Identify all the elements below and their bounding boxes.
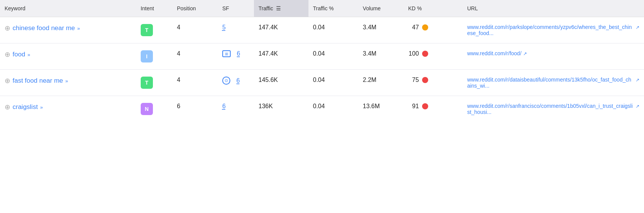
sf-cell: ⊞ 6	[218, 43, 254, 70]
traffic-cell: 147.4K	[254, 43, 308, 70]
traffic-pct-cell: 0.04	[308, 70, 358, 96]
col-header-traffic[interactable]: Traffic ☰	[254, 0, 308, 17]
intent-cell: T	[136, 70, 172, 96]
external-link-icon: ↗	[636, 77, 639, 83]
chevron-right-icon: »	[27, 52, 30, 58]
external-link-icon: ↗	[523, 51, 527, 56]
position-cell: 4	[172, 70, 218, 96]
volume-value: 3.4M	[363, 24, 377, 30]
col-header-volume[interactable]: Volume	[358, 0, 404, 17]
keyword-cell: ⊕ craigslist »	[0, 96, 136, 122]
url-text: www.reddit.com/r/sanfrancisco/comments/1…	[467, 103, 634, 115]
kd-value: 75	[408, 77, 419, 83]
add-keyword-icon[interactable]: ⊕	[5, 103, 10, 111]
traffic-pct-value: 0.04	[313, 50, 325, 57]
image-icon: ⊞	[222, 50, 231, 57]
sf-value: 6	[237, 50, 240, 57]
kd-difficulty-dot	[422, 51, 428, 57]
kd-value: 100	[408, 50, 419, 57]
traffic-value: 145.6K	[259, 77, 278, 83]
intent-cell: I	[136, 43, 172, 70]
position-cell: 4	[172, 43, 218, 70]
sf-value: 6	[236, 77, 240, 84]
col-header-keyword[interactable]: Keyword	[0, 0, 136, 17]
add-keyword-icon[interactable]: ⊕	[5, 77, 10, 85]
kd-cell: 91	[404, 96, 463, 122]
sf-cell: 5	[218, 17, 254, 43]
url-link[interactable]: www.reddit.com/r/dataisbeautiful/comment…	[467, 77, 639, 89]
url-link[interactable]: www.reddit.com/r/parkslope/comments/yzpv…	[467, 24, 639, 36]
url-cell: www.reddit.com/r/sanfrancisco/comments/1…	[463, 96, 644, 122]
sf-value: 6	[222, 103, 226, 110]
kd-cell: 47	[404, 17, 463, 43]
external-link-icon: ↗	[636, 25, 639, 30]
kd-value: 91	[408, 103, 419, 110]
add-keyword-icon[interactable]: ⊕	[5, 50, 10, 59]
keyword-link[interactable]: food »	[13, 51, 30, 58]
url-link[interactable]: www.reddit.com/r/sanfrancisco/comments/1…	[467, 103, 639, 115]
intent-badge: T	[141, 77, 153, 89]
position-value: 4	[177, 50, 180, 57]
intent-badge: I	[141, 50, 153, 62]
table-row: ⊕ food » I 4 ⊞ 6 147.4K 0.04 3.4M	[0, 43, 644, 70]
kd-cell: 100	[404, 43, 463, 70]
traffic-cell: 136K	[254, 96, 308, 122]
url-link[interactable]: www.reddit.com/r/food/ ↗	[467, 50, 639, 56]
volume-cell: 3.4M	[358, 17, 404, 43]
keyword-link[interactable]: fast food near me »	[13, 77, 68, 85]
position-value: 6	[177, 103, 180, 109]
position-value: 4	[177, 77, 180, 83]
external-link-icon: ↗	[636, 104, 639, 109]
keyword-table-container: Keyword Intent Position SF Traffic ☰ Tra…	[0, 0, 644, 122]
keyword-cell: ⊕ food »	[0, 43, 136, 70]
table-row: ⊕ fast food near me » T 4 ⊙ 6 145.6K 0.0…	[0, 70, 644, 96]
col-header-traffic-pct[interactable]: Traffic %	[308, 0, 358, 17]
traffic-cell: 145.6K	[254, 70, 308, 96]
volume-cell: 13.6M	[358, 96, 404, 122]
add-keyword-icon[interactable]: ⊕	[5, 24, 10, 32]
col-header-position[interactable]: Position	[172, 0, 218, 17]
kd-difficulty-dot	[422, 77, 428, 83]
volume-value: 13.6M	[363, 103, 380, 109]
volume-value: 3.4M	[363, 50, 377, 57]
url-text: www.reddit.com/r/food/	[467, 50, 521, 56]
traffic-pct-cell: 0.04	[308, 96, 358, 122]
kd-difficulty-dot	[422, 24, 428, 30]
url-text: www.reddit.com/r/dataisbeautiful/comment…	[467, 77, 634, 89]
kd-value: 47	[408, 24, 419, 31]
volume-cell: 2.2M	[358, 70, 404, 96]
traffic-pct-value: 0.04	[313, 77, 325, 83]
kd-cell: 75	[404, 70, 463, 96]
table-row: ⊕ chinese food near me » T 4 5 147.4K 0.…	[0, 17, 644, 43]
traffic-pct-value: 0.04	[313, 103, 325, 109]
sort-icon: ☰	[276, 5, 281, 11]
keyword-link[interactable]: chinese food near me »	[13, 24, 80, 32]
keyword-cell: ⊕ fast food near me »	[0, 70, 136, 96]
col-header-kd[interactable]: KD %	[404, 0, 463, 17]
link-icon: ⊙	[222, 77, 230, 85]
volume-cell: 3.4M	[358, 43, 404, 70]
col-header-url[interactable]: URL	[463, 0, 644, 17]
position-value: 4	[177, 24, 180, 30]
table-row: ⊕ craigslist » N 6 6 136K 0.04 13.	[0, 96, 644, 122]
chevron-right-icon: »	[65, 78, 68, 84]
url-cell: www.reddit.com/r/food/ ↗	[463, 43, 644, 70]
intent-cell: T	[136, 17, 172, 43]
chevron-right-icon: »	[40, 104, 43, 110]
traffic-cell: 147.4K	[254, 17, 308, 43]
kd-difficulty-dot	[422, 103, 428, 109]
url-cell: www.reddit.com/r/dataisbeautiful/comment…	[463, 70, 644, 96]
col-header-intent[interactable]: Intent	[136, 0, 172, 17]
intent-badge: N	[141, 103, 153, 115]
keyword-table: Keyword Intent Position SF Traffic ☰ Tra…	[0, 0, 644, 122]
traffic-pct-cell: 0.04	[308, 43, 358, 70]
volume-value: 2.2M	[363, 77, 377, 83]
intent-badge: T	[141, 24, 153, 36]
sf-value: 5	[222, 24, 226, 31]
keyword-link[interactable]: craigslist »	[13, 103, 43, 111]
sf-cell: ⊙ 6	[218, 70, 254, 96]
keyword-cell: ⊕ chinese food near me »	[0, 17, 136, 43]
col-header-sf[interactable]: SF	[218, 0, 254, 17]
position-cell: 4	[172, 17, 218, 43]
url-text: www.reddit.com/r/parkslope/comments/yzpv…	[467, 24, 634, 36]
